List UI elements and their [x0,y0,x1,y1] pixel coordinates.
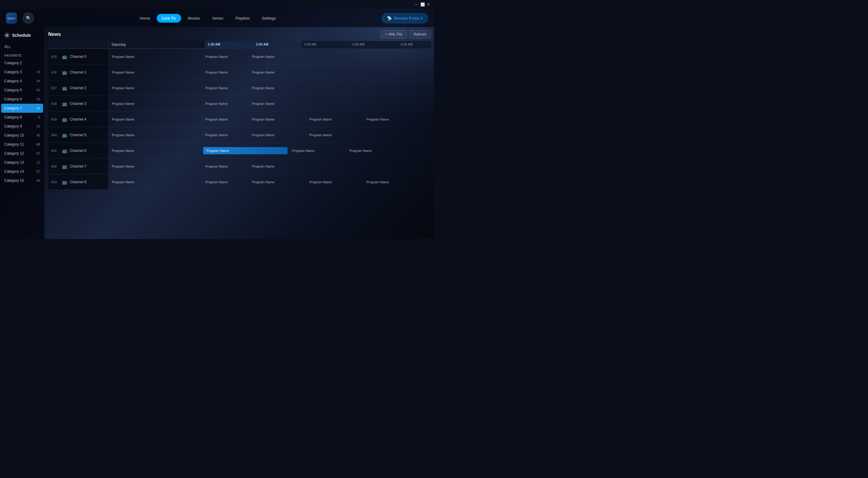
program-cell[interactable]: Program Name [249,69,306,76]
schedule-title: Schedule [12,33,31,38]
sidebar-item-category14[interactable]: Category 14 37 [0,167,44,176]
nav-home[interactable]: Home [134,14,156,23]
channel-info-637: 637 📺 Channel 2 [48,80,108,96]
timeline-wrapper[interactable]: Saturday 1:30 AM 2:00 AM 2:30 AM 3:00 AM… [48,41,431,236]
titlebar: — ⬜ ✕ [0,0,434,9]
table-row: 635 📺 Channel 0 Program Name Program Nam… [48,49,431,64]
program-cell[interactable]: Program Name [346,147,403,154]
program-cell[interactable]: Program Name [249,179,306,186]
nav-movies[interactable]: Movies [182,14,206,23]
tv-icon: 📺 [62,101,67,106]
timeline-inner: Saturday 1:30 AM 2:00 AM 2:30 AM 3:00 AM… [48,41,431,190]
nav-series[interactable]: Series [207,14,229,23]
timeline-header-row: Saturday 1:30 AM 2:00 AM 2:30 AM 3:00 AM… [48,41,431,49]
tv-icon: 📺 [62,86,67,90]
time-slot-330am: 3:30 AM [398,41,431,49]
program-cell[interactable]: Program Name [306,116,363,123]
program-cell[interactable]: Program Name [202,100,249,107]
sidebar-item-category12[interactable]: Category 12 97 [0,149,44,158]
program-cell[interactable]: Program Name [108,116,202,123]
program-cell[interactable]: Program Name [202,116,249,123]
channel-info-636: 636 📺 Channel 1 [48,64,108,80]
program-cell[interactable]: Program Name [363,179,421,186]
program-cell[interactable]: Program Name [249,53,306,60]
program-cell[interactable]: Program Name [202,131,249,139]
schedule-section-title: News [48,32,61,37]
search-button[interactable]: 🔍 [23,13,34,24]
program-cell[interactable]: Program Name [202,179,249,186]
channel-info-642: 642 📺 Channel 7 [48,159,108,174]
sidebar-item-all[interactable]: ALL [0,42,44,51]
program-cell[interactable]: Program Name [108,163,202,170]
program-cell[interactable]: Program Name [108,179,202,186]
tv-icon: 📺 [62,70,67,75]
program-cell[interactable]: Program Name [108,147,202,154]
nav-playlists[interactable]: Playlists [230,14,255,23]
table-row: 639 📺 Channel 4 Program Name Program Nam… [48,111,431,127]
sidebar-item-category7[interactable]: Category 7 24 [1,104,43,113]
program-cell[interactable]: Program Name [289,147,346,154]
sidebar-item-category2[interactable]: Category 2 [0,59,44,67]
minimize-button[interactable]: — [413,1,420,7]
channel-info-638: 638 📺 Channel 3 [48,96,108,111]
table-row: 642 📺 Channel 7 Program Name Program Nam… [48,159,431,174]
table-row: 641 📺 Channel 6 Program Name Program Nam… [48,143,431,159]
program-cell[interactable]: Program Name [363,116,421,123]
maximize-button[interactable]: ⬜ [420,1,426,7]
nav-settings[interactable]: Settings [256,14,281,23]
program-cell[interactable]: Program Name [202,69,249,76]
sidebar-item-category6[interactable]: Category 6 16 [0,95,44,104]
programs-row-643: Program Name Program Name Program Name P… [108,174,431,190]
sidebar-item-category3[interactable]: Category 3 70 [0,67,44,76]
program-cell[interactable]: Program Name [108,69,202,76]
program-cell[interactable]: Program Name [202,85,249,92]
remote-portal-button[interactable]: 📡 Remote Portal X [382,13,428,23]
xml-file-button[interactable]: + XML File [381,30,407,39]
program-cell[interactable]: Program Name [249,163,306,170]
sidebar-item-category5[interactable]: Category 5 54 [0,86,44,95]
schedule-top-bar: News + XML File Refresh [48,30,431,39]
programs-row-642: Program Name Program Name Program Name [108,159,431,174]
program-cell[interactable]: Program Name [249,116,306,123]
programs-row-640: Program Name Program Name Program Name P… [108,127,431,142]
sidebar-item-category4[interactable]: Category 4 34 [0,76,44,86]
channel-info-639: 639 📺 Channel 4 [48,111,108,127]
program-cell[interactable]: Program Name [306,131,363,139]
program-cell[interactable]: Program Name [202,163,249,170]
sidebar-item-category9[interactable]: Category 9 29 [0,122,44,131]
close-button[interactable]: ✕ [426,1,432,7]
refresh-button[interactable]: Refresh [409,30,431,39]
program-cell[interactable]: Program Name [249,131,306,139]
highlighted-program-cell[interactable]: Program Name [203,147,287,154]
program-cell[interactable]: Program Name [202,53,249,60]
programs-row-637: Program Name Program Name Program Name [108,80,431,96]
program-cell[interactable]: Program Name [108,100,202,107]
channel-info-640: 640 📺 Channel 5 [48,127,108,142]
programs-row-639: Program Name Program Name Program Name P… [108,111,431,127]
time-slot-300am: 3:00 AM [350,41,398,49]
program-cell[interactable]: Program Name [108,131,202,139]
logo-icon: ipaxo [6,13,17,24]
time-slot-200am: 2:00 AM [253,41,301,49]
programs-row-641: Program Name Program Name Program Name P… [108,143,431,158]
time-slot-230am: 2:30 AM [301,41,350,49]
sidebar-item-category15[interactable]: Category 15 40 [0,176,44,185]
sidebar-item-category13[interactable]: Category 13 12 [0,158,44,167]
programs-row-636: Program Name Program Name Program Name [108,64,431,80]
sidebar-item-category11[interactable]: Category 11 88 [0,140,44,149]
program-cell[interactable]: Program Name [249,85,306,92]
header: ipaxo 🔍 Home Live Tv Movies Series Playl… [0,9,434,27]
sidebar-item-category10[interactable]: Category 10 45 [0,131,44,140]
program-cell[interactable]: Program Name [306,179,363,186]
program-cell[interactable]: Program Name [108,53,202,60]
channel-info-635: 635 📺 Channel 0 [48,49,108,64]
tv-icon: 📺 [62,180,67,185]
tv-icon: 📺 [62,54,67,59]
schedule-close-button[interactable]: ✕ [4,33,10,38]
nav-live-tv[interactable]: Live Tv [157,14,181,23]
schedule-actions: + XML File Refresh [381,30,431,39]
schedule-header: ✕ Schedule [0,30,44,42]
program-cell[interactable]: Program Name [108,85,202,92]
program-cell[interactable]: Program Name [249,100,306,107]
sidebar-item-category8[interactable]: Category 8 6 [0,113,44,122]
